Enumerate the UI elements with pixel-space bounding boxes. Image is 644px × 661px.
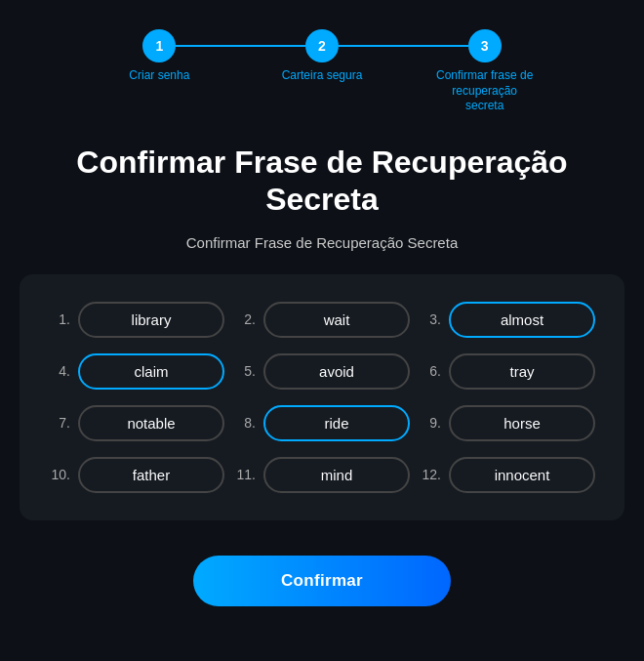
- word-pill-2[interactable]: wait: [263, 302, 410, 338]
- step-line-left-2: [241, 45, 305, 47]
- word-pill-4[interactable]: claim: [78, 353, 224, 390]
- word-pill-7[interactable]: notable: [78, 405, 224, 441]
- step-line-1: [176, 45, 240, 47]
- step-circle-3: 3: [468, 29, 502, 62]
- word-item-1: 1.library: [49, 302, 224, 338]
- step-label-3: Confirmar frase de recuperação secreta: [436, 68, 534, 114]
- step-label-1: Criar senha: [129, 68, 189, 84]
- word-pill-6[interactable]: tray: [449, 353, 595, 390]
- stepper: 1 Criar senha 2 Carteira segura 3 Confir…: [78, 29, 566, 114]
- word-number-7: 7.: [49, 415, 70, 431]
- step-circle-2: 2: [305, 29, 339, 62]
- word-number-11: 11.: [234, 467, 256, 482]
- word-grid-container: 1.library2.wait3.almost4.claim5.avoid6.t…: [20, 274, 624, 520]
- word-pill-5[interactable]: avoid: [263, 353, 410, 390]
- word-number-4: 4.: [49, 363, 70, 379]
- word-number-6: 6.: [420, 363, 441, 379]
- word-item-5: 5.avoid: [234, 353, 410, 390]
- word-number-1: 1.: [49, 311, 70, 327]
- step-3: 3 Confirmar frase de recuperação secreta: [403, 29, 566, 114]
- word-number-10: 10.: [49, 467, 70, 482]
- step-label-2: Carteira segura: [282, 68, 363, 84]
- word-number-9: 9.: [420, 415, 441, 431]
- step-line-left-3: [403, 45, 467, 47]
- page-title: Confirmar Frase de Recuperação Secreta: [20, 144, 624, 219]
- confirm-button[interactable]: Confirmar: [193, 556, 451, 606]
- step-2: 2 Carteira segura: [241, 29, 404, 84]
- word-item-6: 6.tray: [420, 353, 595, 390]
- word-pill-8[interactable]: ride: [263, 405, 410, 441]
- word-item-2: 2.wait: [234, 302, 410, 338]
- word-number-12: 12.: [420, 467, 441, 482]
- page-subtitle: Confirmar Frase de Recuperação Secreta: [186, 234, 458, 251]
- word-number-2: 2.: [234, 311, 256, 327]
- step-1: 1 Criar senha: [78, 29, 241, 84]
- word-item-10: 10.father: [49, 457, 224, 493]
- word-grid: 1.library2.wait3.almost4.claim5.avoid6.t…: [49, 302, 595, 493]
- word-pill-11[interactable]: mind: [263, 457, 410, 493]
- word-pill-9[interactable]: horse: [449, 405, 595, 441]
- step-line-2: [339, 45, 403, 47]
- word-item-11: 11.mind: [234, 457, 410, 493]
- step-circle-1: 1: [142, 29, 176, 62]
- word-number-8: 8.: [234, 415, 256, 431]
- word-pill-1[interactable]: library: [78, 302, 224, 338]
- word-item-3: 3.almost: [420, 302, 595, 338]
- word-item-9: 9.horse: [420, 405, 595, 441]
- word-pill-12[interactable]: innocent: [449, 457, 595, 493]
- word-number-5: 5.: [234, 363, 256, 379]
- word-number-3: 3.: [420, 311, 441, 327]
- word-pill-3[interactable]: almost: [449, 302, 595, 338]
- word-item-4: 4.claim: [49, 353, 224, 390]
- word-item-12: 12.innocent: [420, 457, 595, 493]
- word-pill-10[interactable]: father: [78, 457, 224, 493]
- word-item-8: 8.ride: [234, 405, 410, 441]
- word-item-7: 7.notable: [49, 405, 224, 441]
